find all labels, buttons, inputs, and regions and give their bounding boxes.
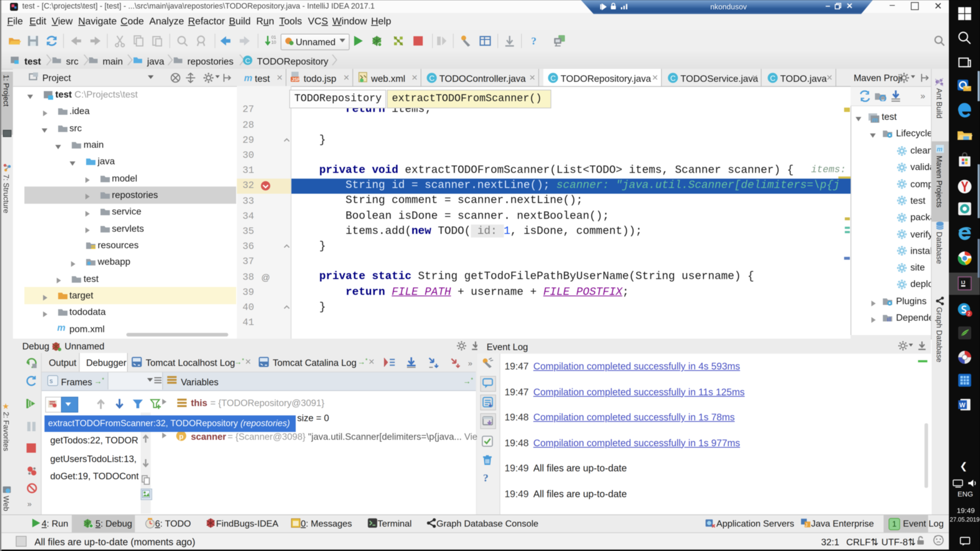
svg-text:s: s bbox=[49, 377, 53, 384]
svg-text:m: m bbox=[872, 116, 878, 122]
svg-text:2: 2 bbox=[967, 311, 970, 316]
svg-text:C: C bbox=[429, 73, 434, 82]
svg-text:W: W bbox=[959, 402, 965, 409]
svg-text:m: m bbox=[937, 146, 942, 153]
svg-text:J: J bbox=[805, 522, 808, 527]
svg-text:?: ? bbox=[531, 35, 537, 47]
svg-text:p: p bbox=[179, 432, 183, 440]
svg-text:C: C bbox=[670, 73, 676, 82]
svg-text:JSP: JSP bbox=[292, 77, 300, 82]
svg-text:IJ: IJ bbox=[961, 279, 965, 285]
svg-text:C: C bbox=[550, 73, 556, 82]
svg-text:10: 10 bbox=[271, 40, 276, 45]
svg-text:C: C bbox=[770, 73, 775, 82]
svg-text:C: C bbox=[245, 57, 250, 65]
svg-text:01: 01 bbox=[271, 35, 276, 40]
